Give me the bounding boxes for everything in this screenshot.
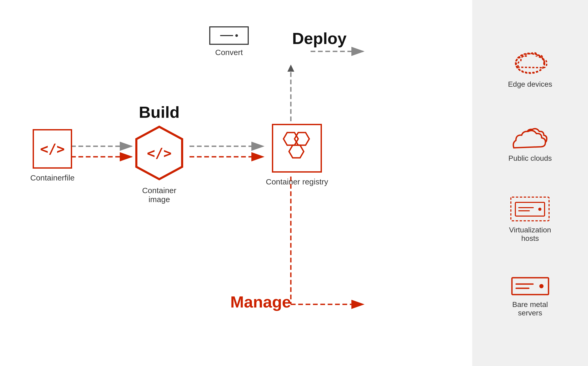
registry-box bbox=[272, 124, 322, 173]
public-clouds-label: Public clouds bbox=[509, 154, 552, 163]
svg-point-26 bbox=[538, 208, 541, 211]
containerfile-label: Containerfile bbox=[30, 173, 74, 182]
hexagon-wrapper: </> bbox=[134, 125, 184, 181]
registry-label: Container registry bbox=[266, 177, 328, 186]
convert-group: Convert bbox=[209, 26, 249, 57]
convert-line bbox=[220, 35, 233, 36]
convert-label: Convert bbox=[215, 48, 243, 57]
container-image-label: Containerimage bbox=[142, 186, 176, 204]
public-clouds-item: Public clouds bbox=[509, 121, 552, 163]
build-header: Build bbox=[139, 103, 180, 121]
bare-metal-icon bbox=[510, 276, 551, 297]
edge-devices-icon bbox=[512, 49, 549, 76]
public-clouds-icon bbox=[509, 121, 551, 150]
virt-hosts-icon bbox=[510, 196, 550, 222]
deploy-label: Deploy bbox=[292, 29, 347, 47]
deploy-section: Deploy bbox=[292, 29, 347, 48]
edge-devices-item: Edge devices bbox=[508, 49, 552, 89]
registry-group: Container registry bbox=[266, 124, 328, 186]
containerfile-box: </> bbox=[33, 129, 72, 169]
svg-rect-22 bbox=[511, 197, 549, 221]
build-group: Build </> Containerimage bbox=[134, 103, 184, 204]
svg-marker-15 bbox=[295, 133, 309, 145]
right-panel-items: Edge devices Public clouds bbox=[472, 0, 588, 366]
edge-devices-label: Edge devices bbox=[508, 80, 552, 89]
diagram-area: </> Containerfile Build </> Containerima… bbox=[0, 0, 588, 366]
virt-hosts-label: Virtualizationhosts bbox=[509, 226, 551, 243]
manage-label: Manage bbox=[230, 293, 291, 311]
svg-point-30 bbox=[539, 284, 544, 288]
registry-icon bbox=[277, 128, 317, 169]
convert-inner bbox=[220, 34, 238, 37]
svg-marker-8 bbox=[287, 65, 294, 72]
convert-dot bbox=[235, 34, 238, 37]
svg-marker-16 bbox=[289, 145, 304, 158]
build-code-icon: </> bbox=[147, 145, 172, 161]
virt-hosts-item: Virtualizationhosts bbox=[509, 196, 551, 243]
bare-metal-item: Bare metalservers bbox=[510, 276, 551, 317]
containerfile-group: </> Containerfile bbox=[30, 129, 74, 182]
bare-metal-label: Bare metalservers bbox=[512, 300, 548, 317]
svg-marker-14 bbox=[283, 133, 298, 145]
convert-box bbox=[209, 26, 249, 45]
containerfile-icon: </> bbox=[40, 141, 65, 157]
manage-section: Manage bbox=[230, 292, 291, 311]
